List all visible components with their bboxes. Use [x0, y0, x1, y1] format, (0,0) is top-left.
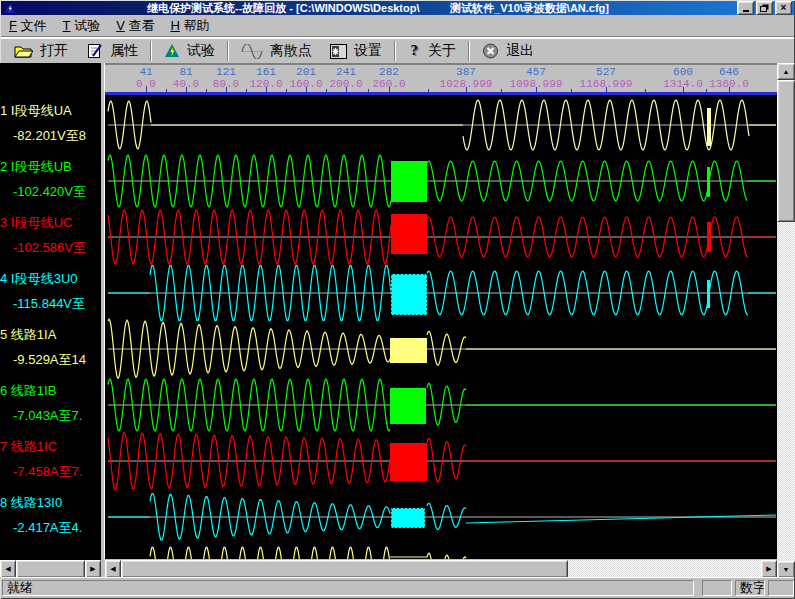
- toolbar-button-label: 关于: [428, 42, 456, 60]
- menu-bar: F 文件T 试验V 查看H 帮助: [1, 15, 794, 37]
- properties-button[interactable]: 属性: [77, 40, 147, 62]
- channel-label-7[interactable]: 7 线路1IC-7.458A至7.: [0, 439, 101, 480]
- toolbar-button-label: 属性: [110, 42, 138, 60]
- ruler-sample-label: 241: [336, 66, 356, 78]
- status-pane-1: [702, 580, 732, 596]
- waveform-spike-bar: [707, 108, 711, 146]
- about-button[interactable]: ??关于: [399, 40, 465, 62]
- test-lightning-icon: [164, 43, 180, 59]
- channel-label-8[interactable]: 8 线路13I0-2.417A至4.: [0, 495, 101, 536]
- channel-label-5[interactable]: 5 线路1IA-9.529A至14: [0, 327, 101, 368]
- toolbar-separator: [394, 41, 396, 61]
- minimize-button[interactable]: [737, 1, 754, 15]
- channel-range: -102.586V至: [0, 240, 101, 256]
- channel-range: -2.417A至4.: [0, 520, 101, 536]
- ruler-sample-label: 41: [139, 66, 152, 78]
- wave-scroll-trough[interactable]: [568, 560, 761, 578]
- menu-item-view[interactable]: V 查看: [108, 15, 162, 37]
- ruler-sample-label: 646: [719, 66, 739, 78]
- vertical-scroll-trough[interactable]: [777, 222, 795, 561]
- waveform-sine-segment: [427, 438, 466, 482]
- waveform-sine-segment: [427, 383, 466, 425]
- channel-name: 1 Ⅰ段母线UA: [0, 103, 72, 118]
- channel-range: -7.043A至7.: [0, 408, 101, 424]
- dense-waveform-block: [390, 338, 427, 363]
- dense-waveform-block: [391, 274, 427, 315]
- vertical-scroll-thumb[interactable]: [777, 80, 795, 222]
- channel-name: 3 Ⅰ段母线UC: [0, 215, 72, 230]
- channel-name: 7 线路1IC: [0, 439, 57, 454]
- channel-label-4[interactable]: 4 Ⅰ段母线3U0-115.844V至: [0, 271, 101, 312]
- scroll-down-button[interactable]: ▼: [777, 561, 795, 578]
- scroll-up-button[interactable]: ▲: [777, 63, 795, 80]
- waveform-sine-segment: [150, 547, 390, 559]
- menu-accelerator: V: [116, 18, 125, 33]
- settings-box-icon: [330, 44, 347, 59]
- title-bar[interactable]: 继电保护测试系统--故障回放 - [C:\WINDOWS\Desktop\ 测试…: [1, 1, 794, 15]
- menu-accelerator: H: [170, 18, 179, 33]
- ruler-sample-label: 527: [596, 66, 616, 78]
- open-folder-icon: [14, 44, 33, 59]
- toolbar-button-label: 试验: [187, 42, 215, 60]
- channel-label-2[interactable]: 2 Ⅰ段母线UB-102.420V至: [0, 159, 101, 200]
- ruler-sample-label: 457: [526, 66, 546, 78]
- wave-scroll-right-button[interactable]: ▶: [761, 560, 777, 578]
- waveform-spike-bar: [707, 167, 710, 197]
- ruler-sample-label: 161: [256, 66, 276, 78]
- waveform-spike-bar: [707, 280, 710, 308]
- menu-label: 试验: [71, 18, 101, 33]
- label-scroll-left-button[interactable]: ◀: [0, 560, 16, 578]
- ruler-sample-label: 121: [216, 66, 236, 78]
- label-scroll-right-button[interactable]: ▶: [85, 560, 101, 578]
- menu-accelerator: T: [63, 18, 71, 33]
- toolbar-separator: [227, 41, 229, 61]
- waveform-drift-segment: [466, 515, 776, 523]
- channel-name: 6 线路1IB: [0, 383, 56, 398]
- channel-name: 5 线路1IA: [0, 327, 56, 342]
- toolbar-separator: [468, 41, 470, 61]
- channel-range: -7.458A至7.: [0, 464, 101, 480]
- dense-waveform-block: [390, 443, 427, 481]
- dense-waveform-block: [391, 214, 427, 254]
- status-bar: 就绪 数字: [1, 577, 794, 598]
- waveform-sine-segment: [427, 503, 466, 529]
- channel-range: -115.844V至: [0, 296, 101, 312]
- toolbar-button-label: 打开: [40, 42, 68, 60]
- menu-item-test[interactable]: T 试验: [55, 15, 109, 37]
- wave-scroll-thumb[interactable]: [121, 560, 568, 578]
- open-button[interactable]: 打开: [5, 40, 77, 62]
- ruler-sample-label: 81: [179, 66, 192, 78]
- label-scroll-thumb[interactable]: [16, 560, 85, 578]
- wave-scroll-left-button[interactable]: ◀: [105, 560, 121, 578]
- svg-text:?: ?: [411, 43, 419, 58]
- channel-label-1[interactable]: 1 Ⅰ段母线UA-82.201V至8: [0, 103, 101, 144]
- channel-range: -9.529A至14: [0, 352, 101, 368]
- menu-label: 文件: [17, 18, 47, 33]
- menu-accelerator: F: [9, 18, 17, 33]
- ruler-sample-label: 282: [379, 66, 399, 78]
- settings-button[interactable]: 设置: [321, 40, 391, 62]
- waveform-plot-area[interactable]: [105, 95, 777, 559]
- close-button[interactable]: ×: [775, 1, 792, 15]
- ruler-sample-label: 387: [456, 66, 476, 78]
- menu-item-file[interactable]: F 文件: [1, 15, 55, 37]
- test-button[interactable]: 试验: [155, 40, 224, 62]
- question-mark-icon: ??: [408, 43, 421, 60]
- restore-button[interactable]: [756, 1, 773, 15]
- status-pane-2: [768, 580, 794, 596]
- channel-label-panel: 1 Ⅰ段母线UA-82.201V至82 Ⅰ段母线UB-102.420V至3 Ⅰ段…: [0, 63, 101, 560]
- dense-waveform-block: [391, 161, 427, 202]
- channel-label-3[interactable]: 3 Ⅰ段母线UC-102.586V至: [0, 215, 101, 256]
- toolbar-button-label: 离散点: [270, 42, 312, 60]
- channel-label-6[interactable]: 6 线路1IB-7.043A至7.: [0, 383, 101, 424]
- discrete-points-button[interactable]: 离散点: [232, 40, 321, 62]
- channel-range: -102.420V至: [0, 184, 101, 200]
- menu-item-help[interactable]: H 帮助: [162, 15, 217, 37]
- ruler-sample-label: 600: [673, 66, 693, 78]
- waveform-sine-segment: [427, 331, 466, 365]
- exit-button[interactable]: 退出: [473, 40, 543, 62]
- window-title: 继电保护测试系统--故障回放 - [C:\WINDOWS\Desktop\ 测试…: [19, 1, 737, 16]
- toolbar: 打开属性试验离散点设置??关于退出: [1, 38, 794, 64]
- waveform-sine-segment: [108, 155, 391, 207]
- waveform-sine-segment: [427, 553, 466, 559]
